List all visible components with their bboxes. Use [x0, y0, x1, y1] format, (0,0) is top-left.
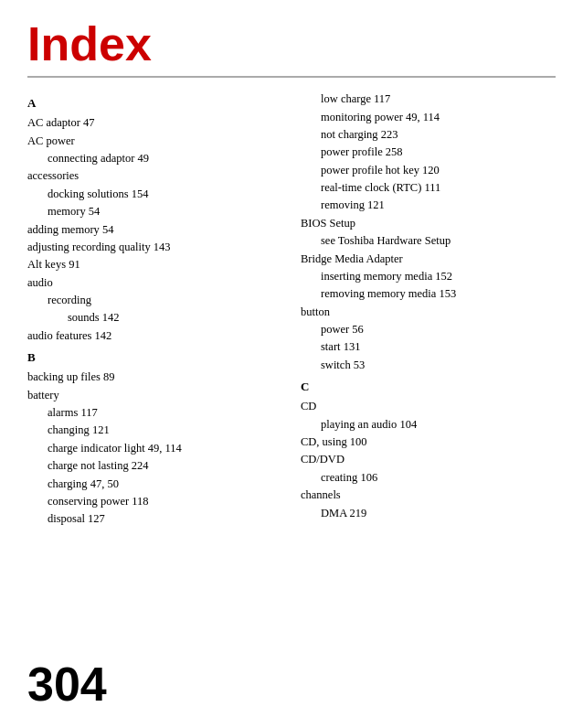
- index-entry: CD/DVD: [301, 451, 556, 468]
- index-entry: playing an audio 104: [301, 416, 556, 434]
- page-number: 304: [27, 657, 107, 712]
- index-entry: changing 121: [27, 422, 282, 439]
- divider: [27, 76, 556, 78]
- index-entry: BIOS Setup: [301, 215, 556, 232]
- index-entry: docking solutions 154: [27, 186, 282, 203]
- index-entry: see Toshiba Hardware Setup: [301, 232, 556, 250]
- index-entry: channels: [301, 487, 556, 504]
- section-letter: A: [27, 94, 282, 112]
- index-entry: accessories: [27, 167, 282, 185]
- index-entry: recording: [27, 292, 282, 309]
- index-entry: memory 54: [27, 203, 282, 220]
- index-entry: sounds 142: [27, 309, 282, 327]
- index-entry: battery: [27, 387, 282, 404]
- index-entry: CD: [301, 398, 556, 415]
- index-entry: disposal 127: [27, 510, 282, 528]
- index-entry: creating 106: [301, 469, 556, 487]
- index-entry: audio: [27, 274, 282, 292]
- index-entry: AC adaptor 47: [27, 114, 282, 132]
- index-entry: power profile 258: [301, 144, 556, 161]
- index-entry: adding memory 54: [27, 221, 282, 239]
- index-entry: start 131: [301, 338, 556, 356]
- index-entry: power 56: [301, 321, 556, 338]
- index-entry: Alt keys 91: [27, 256, 282, 273]
- page-title: Index: [27, 18, 556, 70]
- index-entry: monitoring power 49, 114: [301, 109, 556, 126]
- index-entry: Bridge Media Adapter: [301, 251, 556, 268]
- index-entry: audio features 142: [27, 327, 282, 345]
- index-entry: low charge 117: [301, 91, 556, 108]
- section-letter: C: [301, 378, 556, 396]
- index-entry: conserving power 118: [27, 493, 282, 510]
- section-letter: B: [27, 348, 282, 367]
- page-container: Index AAC adaptor 47AC powerconnecting a…: [0, 0, 583, 547]
- index-entry: charge indicator light 49, 114: [27, 440, 282, 457]
- index-entry: AC power: [27, 133, 282, 150]
- index-entry: not charging 223: [301, 126, 556, 144]
- index-entry: switch 53: [301, 357, 556, 374]
- index-entry: CD, using 100: [301, 434, 556, 451]
- index-entry: removing 121: [301, 197, 556, 214]
- index-entry: button: [301, 304, 556, 321]
- index-entry: connecting adaptor 49: [27, 150, 282, 167]
- columns-container: AAC adaptor 47AC powerconnecting adaptor…: [27, 91, 556, 529]
- index-entry: backing up files 89: [27, 369, 282, 386]
- index-entry: DMA 219: [301, 505, 556, 522]
- index-entry: adjusting recording quality 143: [27, 239, 282, 256]
- index-entry: power profile hot key 120: [301, 162, 556, 179]
- index-entry: charging 47, 50: [27, 476, 282, 493]
- right-column: low charge 117monitoring power 49, 114no…: [301, 91, 556, 529]
- index-entry: alarms 117: [27, 404, 282, 422]
- index-entry: inserting memory media 152: [301, 268, 556, 285]
- index-entry: charge not lasting 224: [27, 457, 282, 475]
- index-entry: real-time clock (RTC) 111: [301, 179, 556, 197]
- left-column: AAC adaptor 47AC powerconnecting adaptor…: [27, 91, 282, 529]
- index-entry: removing memory media 153: [301, 285, 556, 303]
